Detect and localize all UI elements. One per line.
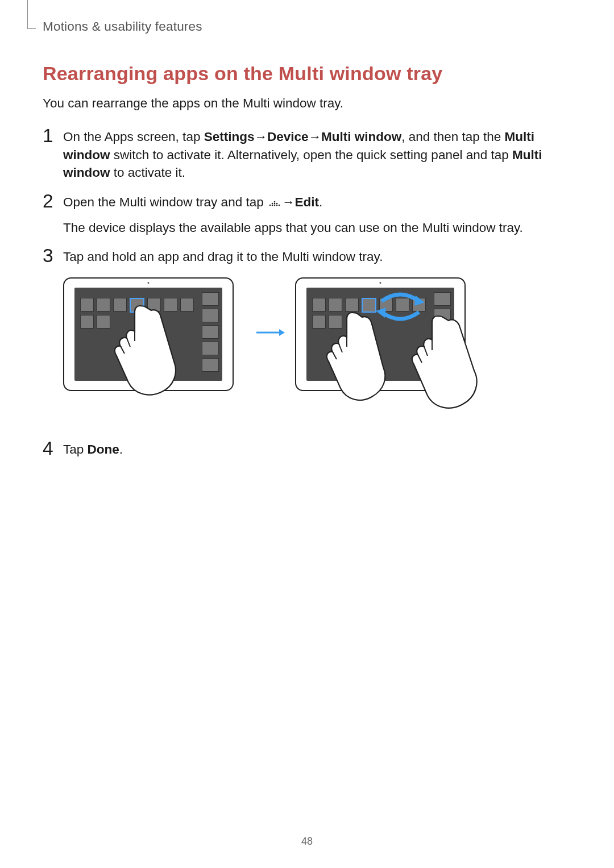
- svg-point-7: [276, 205, 278, 206]
- text: .: [119, 442, 123, 456]
- label-edit: Edit: [294, 195, 319, 209]
- illustration-row: . : : : .: [63, 277, 571, 428]
- svg-point-0: [269, 205, 271, 206]
- step-body: Tap Done.: [63, 441, 123, 459]
- step-number: 4: [43, 439, 63, 459]
- step-sub-text: The device displays the available apps t…: [63, 219, 523, 237]
- drag-handle-icon: [268, 194, 281, 212]
- page-number: 48: [0, 836, 614, 848]
- svg-marker-11: [414, 296, 425, 306]
- label-device: Device: [267, 130, 309, 144]
- illustration-drag: [295, 277, 477, 428]
- svg-point-2: [272, 205, 273, 206]
- hand-tap-icon: [109, 300, 191, 400]
- label-multi-window: Multi window: [321, 130, 401, 144]
- svg-point-8: [279, 205, 280, 206]
- text: .: [319, 195, 322, 209]
- page-corner-mark: [27, 0, 36, 29]
- step-3: 3 Tap and hold an app and drag it to the…: [43, 248, 571, 266]
- svg-point-1: [272, 203, 273, 205]
- svg-point-5: [274, 205, 276, 206]
- breadcrumb: Motions & usability features: [43, 19, 202, 34]
- text: On the Apps screen, tap: [63, 130, 204, 144]
- transition-arrow-icon: [255, 329, 285, 337]
- text: Tap and hold an app and drag it to the M…: [63, 250, 383, 264]
- svg-point-4: [274, 203, 276, 205]
- step-4: 4 Tap Done.: [43, 441, 571, 459]
- label-settings: Settings: [204, 130, 255, 144]
- intro-text: You can rearrange the apps on the Multi …: [43, 95, 571, 112]
- arrow-icon: →: [254, 128, 267, 146]
- step-1: 1 On the Apps screen, tap Settings → Dev…: [43, 128, 571, 182]
- text: , and then tap the: [401, 130, 504, 144]
- text: Open the Multi window tray and tap: [63, 195, 267, 209]
- step-body: Open the Multi window tray and tap → Edi…: [63, 193, 523, 236]
- text: Tap: [63, 442, 88, 456]
- svg-point-3: [274, 201, 276, 203]
- step-number: 2: [43, 192, 63, 236]
- section-title: Rearranging apps on the Multi window tra…: [43, 63, 571, 85]
- svg-marker-10: [279, 329, 285, 336]
- label-done: Done: [88, 442, 119, 456]
- text: switch to activate it. Alternatively, op…: [110, 148, 513, 162]
- step-number: 1: [43, 126, 63, 182]
- illustration-tap-hold: . : : : .: [63, 277, 245, 428]
- step-body: On the Apps screen, tap Settings → Devic…: [63, 128, 571, 182]
- text: to activate it.: [110, 165, 186, 180]
- step-body: Tap and hold an app and drag it to the M…: [63, 248, 383, 266]
- hand-drag-icon: [406, 312, 486, 414]
- step-2: 2 Open the Multi window tray and tap → E…: [43, 193, 571, 236]
- hand-hold-icon: [323, 306, 397, 405]
- arrow-icon: →: [308, 128, 321, 146]
- page-content: Rearranging apps on the Multi window tra…: [43, 52, 571, 470]
- step-number: 3: [43, 246, 63, 266]
- arrow-icon: →: [282, 193, 295, 211]
- svg-point-6: [276, 203, 278, 205]
